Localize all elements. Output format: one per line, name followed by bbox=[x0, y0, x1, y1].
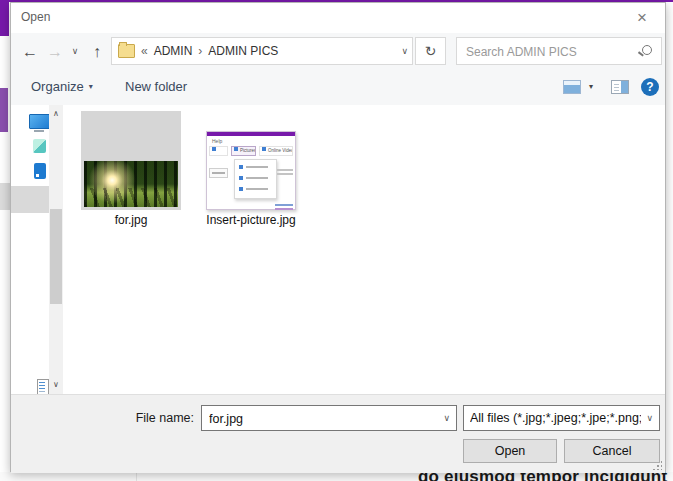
open-button[interactable]: Open bbox=[463, 439, 557, 463]
file-browser-area: ∧ ∨ for.jpg Help Pictures Online Video bbox=[11, 105, 665, 394]
cancel-button[interactable]: Cancel bbox=[564, 439, 660, 463]
background-titlebar-fragment bbox=[0, 0, 9, 36]
mini-icon bbox=[212, 147, 216, 151]
mini-video-icon bbox=[262, 147, 266, 151]
organize-label: Organize bbox=[31, 79, 84, 94]
navigation-bar: ← → ∨ ↑ « ADMIN › ADMIN PICS ∨ ↻ bbox=[11, 33, 665, 70]
folder-icon bbox=[118, 44, 135, 58]
background-purple-fragment bbox=[0, 88, 8, 132]
file-name-dropdown-icon[interactable]: ∨ bbox=[443, 406, 450, 430]
sidebar-scrollbar[interactable]: ∧ ∨ bbox=[49, 105, 63, 394]
file-type-value: All files (*.jpg;*.jpeg;*.jpe;*.png; bbox=[470, 406, 641, 430]
forward-button: → bbox=[43, 33, 67, 70]
refresh-icon: ↻ bbox=[425, 43, 437, 59]
command-bar: Organize▾ New folder ▾ ? bbox=[11, 70, 665, 106]
breadcrumb-separator-icon: › bbox=[198, 44, 202, 58]
thumbnail-button bbox=[209, 146, 228, 156]
file-type-combo[interactable]: All files (*.jpg;*.jpeg;*.jpe;*.png; ∨ bbox=[463, 405, 660, 431]
organize-button[interactable]: Organize▾ bbox=[31, 70, 93, 104]
menu-item bbox=[239, 165, 272, 169]
address-bar[interactable]: « ADMIN › ADMIN PICS ∨ bbox=[111, 37, 413, 65]
search-box[interactable] bbox=[456, 37, 662, 65]
desktop-icon[interactable] bbox=[34, 163, 46, 179]
file-name-label[interactable]: for.jpg bbox=[81, 213, 181, 227]
background-table-line bbox=[136, 472, 137, 481]
breadcrumb-item-admin[interactable]: ADMIN bbox=[154, 44, 193, 58]
thumbnail-left-button bbox=[209, 168, 228, 178]
scrollbar-thumb[interactable] bbox=[50, 209, 62, 304]
menu-item bbox=[239, 187, 272, 191]
background-selection-fragment bbox=[0, 183, 10, 210]
thumbnail-link-lines bbox=[275, 204, 293, 206]
breadcrumb-overflow-icon[interactable]: « bbox=[141, 44, 148, 58]
views-icon[interactable] bbox=[563, 80, 581, 94]
sidebar-selected-item[interactable] bbox=[11, 186, 49, 213]
breadcrumb: « ADMIN › ADMIN PICS bbox=[118, 38, 390, 64]
views-dropdown-icon[interactable]: ▾ bbox=[589, 70, 593, 104]
menu-item bbox=[239, 176, 272, 180]
this-pc-icon[interactable] bbox=[29, 114, 51, 129]
close-icon[interactable]: × bbox=[627, 5, 657, 31]
new-folder-button[interactable]: New folder bbox=[125, 70, 187, 104]
file-name-field-label: File name: bbox=[11, 405, 194, 431]
file-name-combo[interactable]: ∨ bbox=[201, 405, 457, 431]
navigation-pane: ∧ ∨ bbox=[11, 105, 63, 394]
organize-dropdown-icon: ▾ bbox=[89, 82, 93, 91]
file-name-input[interactable] bbox=[207, 407, 431, 431]
scroll-up-icon[interactable]: ∧ bbox=[49, 107, 63, 121]
thumbnail-help-tab: Help bbox=[212, 138, 222, 144]
file-tile-insert-picture-jpg[interactable]: Help Pictures Online Video bbox=[206, 131, 296, 210]
documents-icon[interactable] bbox=[37, 379, 49, 395]
file-type-dropdown-icon[interactable]: ∨ bbox=[646, 406, 653, 430]
title-bar[interactable]: Open × bbox=[11, 3, 665, 34]
back-button[interactable]: ← bbox=[17, 33, 43, 70]
file-tile-for-jpg[interactable] bbox=[81, 111, 181, 210]
3d-objects-icon[interactable] bbox=[33, 139, 46, 153]
mini-picture-icon bbox=[234, 147, 238, 151]
up-button[interactable]: ↑ bbox=[85, 33, 109, 70]
search-icon[interactable] bbox=[642, 45, 652, 55]
help-icon[interactable]: ? bbox=[641, 78, 659, 96]
address-dropdown-icon[interactable]: ∨ bbox=[401, 38, 408, 64]
screen: do eiusmod tempor incididunt Open × ← → … bbox=[0, 0, 673, 481]
dialog-footer: File name: ∨ All files (*.jpg;*.jpeg;*.j… bbox=[11, 394, 665, 473]
dialog-title: Open bbox=[21, 10, 50, 24]
thumbnail-titlebar bbox=[207, 132, 295, 136]
thumbnail-dropdown-menu bbox=[234, 159, 277, 199]
scroll-down-icon[interactable]: ∨ bbox=[49, 378, 63, 392]
forest-thumbnail-image bbox=[84, 161, 178, 207]
thumbnail-online-video-button: Online Video bbox=[259, 146, 293, 156]
file-name-label[interactable]: Insert-picture.jpg bbox=[196, 213, 306, 227]
preview-pane-icon[interactable] bbox=[611, 80, 629, 94]
history-dropdown-icon[interactable]: ∨ bbox=[67, 33, 83, 70]
open-dialog: Open × ← → ∨ ↑ « ADMIN › ADMIN PICS ∨ ↻ bbox=[10, 2, 666, 472]
refresh-button[interactable]: ↻ bbox=[415, 37, 446, 65]
thumbnail-text-lines bbox=[277, 169, 293, 171]
breadcrumb-item-admin-pics[interactable]: ADMIN PICS bbox=[208, 44, 278, 58]
search-input[interactable] bbox=[464, 39, 633, 65]
thumbnail-pictures-button: Pictures bbox=[231, 146, 256, 156]
